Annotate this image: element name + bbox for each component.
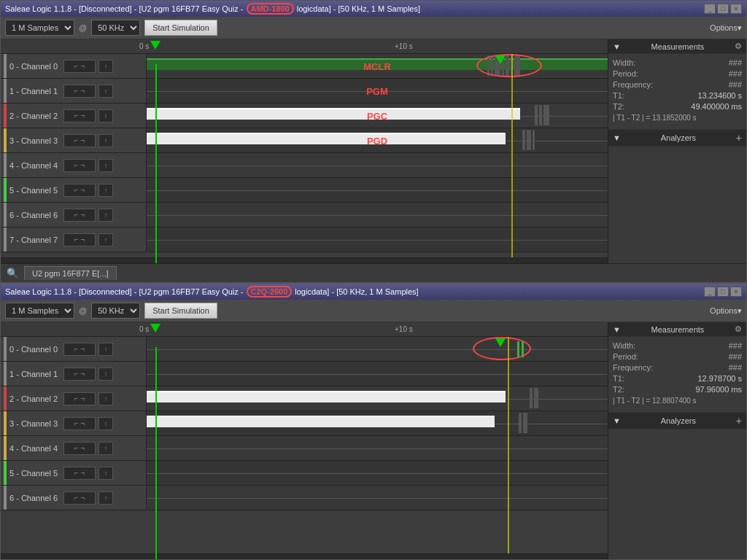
- scrollbar-h-2[interactable]: [1, 553, 608, 559]
- add-analyzer-button-2[interactable]: +: [736, 415, 742, 427]
- ch-color-3-1: [4, 128, 7, 152]
- meas-label-period-2: Period:: [613, 352, 638, 361]
- title-bar-buttons-2: _ □ ×: [704, 287, 742, 297]
- signal-line-7-1: [147, 240, 608, 241]
- freq-select-1[interactable]: 50 KHz: [91, 20, 140, 36]
- tab-label-1[interactable]: U2 pgm 16F877 E[...]: [24, 266, 117, 280]
- close-button-2[interactable]: ×: [730, 287, 742, 297]
- play-marker-2: [495, 338, 506, 347]
- ch-widget-0-2: ⌐ ¬: [63, 343, 96, 356]
- start-simulation-button-2[interactable]: Start Simulation: [144, 303, 217, 319]
- start-vline-1: [155, 64, 157, 263]
- ch-color-6-2: [4, 486, 7, 510]
- channel-row-3-1: 3 - Channel 3 ⌐ ¬ ↑ PGD: [1, 128, 608, 153]
- ch-name-3-2: 3 - Channel 3: [9, 419, 58, 428]
- signal-line-6-1: [147, 215, 608, 216]
- options-button-1[interactable]: Options▾: [710, 23, 742, 33]
- signal-line-4-2: [147, 448, 608, 449]
- maximize-button-1[interactable]: □: [717, 4, 729, 14]
- channel-data-5-2: [147, 461, 608, 485]
- window1-highlight: AMD-1800: [247, 3, 294, 15]
- close-button-1[interactable]: ×: [730, 4, 742, 14]
- maximize-button-2[interactable]: □: [717, 287, 729, 297]
- at-sign-2: @: [79, 306, 87, 315]
- add-analyzer-button-1[interactable]: +: [736, 132, 742, 144]
- measurements-content-1: Width: ### Period: ### Frequency: ### T1…: [608, 54, 746, 126]
- minimize-button-1[interactable]: _: [704, 4, 716, 14]
- channel-label-2-1: 2 - Channel 2 ⌐ ¬ ↑: [1, 104, 147, 128]
- ch-name-1-2: 1 - Channel 1: [9, 370, 58, 378]
- play-marker-1: [495, 55, 506, 64]
- channel-row-0-1: 0 - Channel 0 ⌐ ¬ ↑ MCLR: [1, 54, 608, 79]
- ch-widget-4-1: ⌐ ¬: [63, 159, 96, 172]
- start-simulation-button-1[interactable]: Start Simulation: [144, 20, 217, 36]
- bottom-bar-1: 🔍 U2 pgm 16F877 E[...]: [1, 263, 746, 282]
- measurements-title-1: Measurements: [651, 42, 705, 51]
- ch-name-5-1: 5 - Channel 5: [9, 186, 58, 195]
- ch-widget-5-2: ⌐ ¬: [63, 467, 96, 480]
- measurements-gear-icon-1[interactable]: ⚙: [735, 42, 742, 51]
- ch-widget-0-1: ⌐ ¬: [63, 60, 96, 73]
- measurements-panel-2: ▼ Measurements ⚙ Width: ### Period: ### …: [608, 322, 746, 559]
- meas-row-t2-1: T2: 49.400000 ms: [613, 102, 742, 111]
- minimize-button-2[interactable]: _: [704, 287, 716, 297]
- channel-row-0-2: 0 - Channel 0 ⌐ ¬ ↑: [1, 337, 608, 362]
- channel-label-3-2: 3 - Channel 3 ⌐ ¬ ↑: [1, 411, 147, 435]
- scrollbar-h-1[interactable]: [1, 257, 608, 263]
- window1-title-end: logicdata] - [50 KHz, 1 M Samples]: [297, 4, 420, 13]
- measurements-content-2: Width: ### Period: ### Frequency: ### T1…: [608, 337, 746, 409]
- window1-title: Saleae Logic 1.1.8 - [Disconnected] - [U…: [5, 4, 244, 13]
- channels-container-2: 0 - Channel 0 ⌐ ¬ ↑: [1, 337, 608, 553]
- pulse-0-1: [487, 55, 489, 76]
- channel-row-4-2: 4 - Channel 4 ⌐ ¬ ↑: [1, 436, 608, 461]
- main-content-2: 0 s +10 s +20 s 0 - Channel 0 ⌐ ¬ ↑: [1, 322, 746, 559]
- title-bar-buttons-1: _ □ ×: [704, 4, 742, 14]
- title-bar-1: Saleae Logic 1.1.8 - [Disconnected] - [U…: [1, 1, 746, 17]
- meas-value-t2-2: 97.96000 ms: [695, 385, 742, 394]
- channel-data-4-1: [147, 153, 608, 177]
- cursor-vline-2: [508, 337, 509, 553]
- meas-row-period-2: Period: ###: [613, 352, 742, 361]
- meas-row-period-1: Period: ###: [613, 69, 742, 78]
- ch-trigger-0-1: ↑: [98, 60, 113, 73]
- channel-data-1-1: PGM: [147, 79, 608, 103]
- ch-trigger-5-2: ↑: [98, 467, 113, 480]
- play-arrow-top-2: [495, 338, 506, 347]
- meas-row-freq-2: Frequency: ###: [613, 363, 742, 372]
- samples-select-1[interactable]: 1 M Samples: [5, 20, 74, 36]
- samples-select-2[interactable]: 1 M Samples: [5, 303, 74, 319]
- ch-color-1-2: [4, 362, 7, 386]
- channel-label-1-1: 1 - Channel 1 ⌐ ¬ ↑: [1, 79, 147, 103]
- measurements-gear-icon-2[interactable]: ⚙: [735, 324, 742, 334]
- pgd-pulse-1: [522, 130, 525, 150]
- freq-select-2[interactable]: 50 KHz: [91, 303, 140, 319]
- options-button-2[interactable]: Options▾: [710, 306, 742, 316]
- ch-name-4-1: 4 - Channel 4: [9, 161, 58, 170]
- meas-value-width-1: ###: [729, 58, 742, 67]
- ch-name-3-1: 3 - Channel 3: [9, 136, 58, 145]
- ch-name-6-2: 6 - Channel 6: [9, 494, 58, 502]
- meas-value-width-2: ###: [729, 341, 742, 350]
- measurements-header-2: ▼ Measurements ⚙: [608, 322, 746, 337]
- channel-data-0-2: [147, 337, 608, 361]
- pulse-2-2-1: [530, 388, 533, 408]
- ch-color-0-1: [4, 54, 7, 78]
- pgc-pulse-1: [535, 105, 538, 125]
- toolbar-1: 1 M Samples @ 50 KHz Start Simulation Op…: [1, 17, 746, 39]
- signal-line-1-2: [147, 374, 608, 375]
- ch-trigger-7-1: ↑: [98, 233, 113, 246]
- channel-row-2-2: 2 - Channel 2 ⌐ ¬ ↑: [1, 386, 608, 411]
- search-button-1[interactable]: 🔍: [5, 266, 20, 281]
- meas-value-freq-2: ###: [729, 363, 742, 372]
- channel-label-0-2: 0 - Channel 0 ⌐ ¬ ↑: [1, 337, 147, 361]
- meas-row-freq-1: Frequency: ###: [613, 80, 742, 89]
- ch-color-2-2: [4, 386, 7, 411]
- channel-data-6-1: [147, 203, 608, 227]
- ch-color-1-1: [4, 79, 7, 103]
- toolbar-2: 1 M Samples @ 50 KHz Start Simulation Op…: [1, 300, 746, 322]
- ch-color-4-1: [4, 153, 7, 177]
- meas-label-t2-2: T2:: [613, 385, 624, 394]
- ch-widget-7-1: ⌐ ¬: [63, 233, 96, 246]
- play-arrow-icon-2: [150, 324, 160, 332]
- pulse-3-2-1: [519, 413, 522, 433]
